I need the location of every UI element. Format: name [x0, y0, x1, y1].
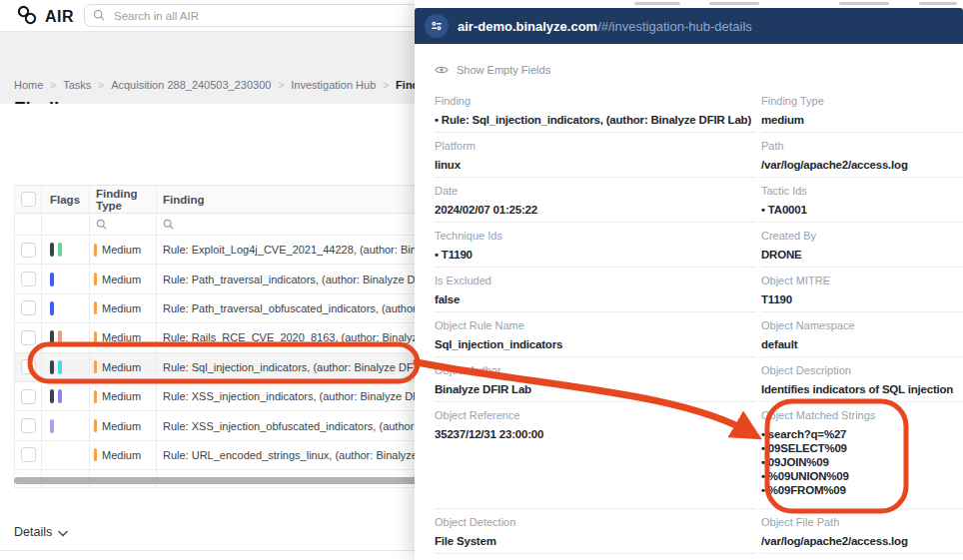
- severity-bar: [94, 301, 97, 314]
- row-flags-cell: [42, 323, 90, 351]
- global-search-input[interactable]: [112, 9, 421, 23]
- breadcrumb-item[interactable]: Investigation Hub: [291, 79, 376, 91]
- search-icon[interactable]: [96, 216, 107, 234]
- search-icon[interactable]: [163, 216, 174, 234]
- panel-field: Object File Path/var/log/apache2/access.…: [761, 509, 963, 554]
- field-value: /var/log/apache2/access.log: [761, 159, 963, 171]
- panel-field: Object Rule NameSql_injection_indicators: [435, 312, 756, 357]
- field-label: Object Reference: [435, 409, 756, 421]
- row-flags-cell: [42, 236, 90, 264]
- column-header: Flags: [50, 194, 80, 206]
- filter-cell: [15, 214, 42, 235]
- flag-green: [58, 243, 62, 257]
- details-toggle[interactable]: Details: [14, 523, 68, 541]
- horizontal-scrollbar[interactable]: [14, 477, 418, 484]
- row-flags-cell: [42, 265, 90, 292]
- breadcrumb-separator: >: [50, 80, 56, 91]
- field-label: Object Matched Strings: [761, 409, 963, 421]
- panel-field: Object AuthorBinalyze DFIR Lab: [435, 357, 756, 402]
- breadcrumb-separator: >: [383, 80, 389, 91]
- panel-url-bar[interactable]: air-demo.binalyze.com/#/investigation-hu…: [415, 8, 963, 44]
- severity-label: Medium: [102, 390, 141, 402]
- matched-string-item: 09JOIN%09: [761, 455, 963, 469]
- app-logo[interactable]: AIR: [16, 4, 74, 30]
- panel-field: Created ByDRONE: [761, 223, 963, 268]
- flag-lightpurple: [50, 419, 54, 433]
- flag-blue: [50, 273, 54, 286]
- panel-field: Platformlinux: [435, 133, 756, 178]
- field-label: Date: [435, 185, 756, 197]
- breadcrumb[interactable]: Home>Tasks>Acquisition 288_240503_230300…: [14, 79, 442, 91]
- screen: AIR Home>Tasks>Acquisition 288_240503_23…: [0, 0, 963, 560]
- severity-label: Medium: [102, 420, 141, 432]
- field-value: DRONE: [761, 249, 963, 261]
- panel-field: Object MITRET1190: [761, 268, 963, 312]
- select-all-checkbox[interactable]: [21, 192, 36, 207]
- type-filter-cell: [90, 214, 157, 235]
- field-value: false: [435, 293, 756, 305]
- severity-bar: [94, 448, 97, 461]
- eye-icon: [435, 61, 449, 79]
- column-header: Finding: [163, 194, 205, 206]
- field-value: default: [761, 338, 963, 350]
- row-checkbox[interactable]: [21, 300, 36, 315]
- show-empty-fields-toggle[interactable]: Show Empty Fields: [435, 61, 550, 79]
- row-type-cell: Medium: [90, 265, 157, 292]
- field-label: Object Detection: [435, 516, 756, 528]
- field-label: Platform: [435, 140, 756, 152]
- field-label: Path: [761, 140, 963, 152]
- breadcrumb-item[interactable]: Acquisition 288_240503_230300: [111, 79, 271, 91]
- breadcrumb-item[interactable]: Tasks: [63, 79, 91, 91]
- breadcrumb-separator: >: [278, 80, 284, 91]
- row-flags-cell: [42, 353, 90, 381]
- field-label: Object Rule Name: [435, 319, 756, 331]
- sliders-icon: [425, 14, 449, 38]
- field-value: linux: [435, 159, 756, 171]
- severity-label: Medium: [102, 244, 141, 256]
- url-path: /#/investigation-hub-details: [597, 19, 752, 34]
- field-value: 2024/02/07 01:25:22: [435, 204, 756, 216]
- breadcrumb-item[interactable]: Home: [14, 79, 43, 91]
- row-checkbox[interactable]: [21, 359, 36, 374]
- panel-url: air-demo.binalyze.com/#/investigation-hu…: [458, 19, 752, 34]
- severity-label: Medium: [102, 274, 141, 285]
- panel-field: Finding• Rule: Sql_injection_indicators,…: [435, 88, 756, 133]
- field-label: Object Namespace: [761, 319, 963, 331]
- flag-dark: [50, 243, 54, 257]
- row-checkbox-cell: [15, 265, 42, 292]
- field-label: Object File Path: [761, 516, 963, 528]
- severity-bar: [94, 360, 97, 373]
- matched-string-item: 09SELECT%09: [761, 441, 963, 455]
- severity-bar: [94, 331, 97, 344]
- row-type-cell: Medium: [90, 236, 157, 264]
- field-label: Tactic Ids: [761, 185, 963, 197]
- panel-field: Object Namespacedefault: [761, 312, 963, 357]
- field-label: Finding: [435, 95, 756, 107]
- row-type-cell: Medium: [90, 382, 157, 410]
- panel-field: Path/var/log/apache2/access.log: [761, 133, 963, 178]
- row-checkbox[interactable]: [21, 418, 36, 433]
- flag-blue: [50, 301, 54, 315]
- flag-cyan: [58, 360, 62, 374]
- row-type-cell: Medium: [90, 441, 157, 469]
- row-checkbox[interactable]: [21, 272, 36, 286]
- severity-label: Medium: [102, 449, 141, 461]
- flag-dark: [50, 389, 54, 403]
- severity-bar: [94, 273, 97, 285]
- row-checkbox[interactable]: [21, 447, 36, 462]
- row-checkbox[interactable]: [21, 243, 36, 258]
- row-checkbox[interactable]: [21, 330, 36, 345]
- panel-field: Object DetectionFile System: [435, 509, 756, 554]
- search-icon: [93, 7, 105, 25]
- row-checkbox[interactable]: [21, 389, 36, 404]
- severity-label: Medium: [102, 331, 141, 343]
- row-checkbox-cell: [15, 294, 42, 322]
- severity-bar: [94, 244, 97, 257]
- field-label: Created By: [761, 230, 963, 242]
- field-value: • Rule: Sql_injection_indicators, (autho…: [435, 114, 756, 126]
- row-checkbox-cell: [15, 236, 42, 264]
- field-value: /var/log/apache2/access.log: [761, 535, 963, 547]
- panel-field: Tactic Ids• TA0001: [761, 178, 963, 223]
- global-search[interactable]: [84, 4, 430, 27]
- finding-text: Rule: Sql_injection_indicators, (author:…: [163, 361, 450, 373]
